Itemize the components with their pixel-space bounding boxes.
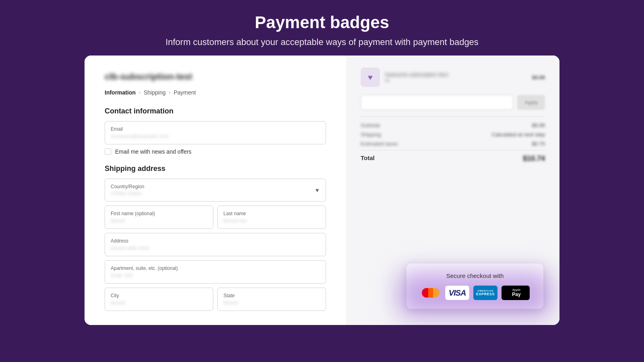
- apt-field[interactable]: Apartment, suite, etc. (optional) Suite …: [105, 260, 326, 284]
- visa-badge: VISA: [445, 286, 469, 300]
- order-item: ♥ Awesome subscription item x1 $9.99: [361, 68, 545, 87]
- state-value: blured: [223, 300, 320, 306]
- newsletter-label: Email me with news and offers: [115, 148, 192, 155]
- store-name: clb-subscription-test: [105, 72, 326, 82]
- order-item-name: Awesome subscription item: [385, 72, 527, 78]
- taxes-label: Estimated taxes: [361, 141, 398, 147]
- state-label: State: [223, 293, 320, 298]
- shipping-row: Shipping Calculated at next step: [361, 132, 545, 138]
- last-name-field[interactable]: Last name blured too: [217, 206, 326, 229]
- order-totals: Subtotal $9.99 Shipping Calculated at ne…: [361, 116, 545, 163]
- shipping-value: Calculated at next step: [492, 132, 545, 138]
- breadcrumb-sep-2: ›: [169, 90, 171, 95]
- apt-value: Suite 100: [111, 272, 320, 278]
- breadcrumb-sep-1: ›: [139, 90, 140, 95]
- address-label: Address: [111, 238, 320, 244]
- payment-badges-row: VISA AMERICAN EXPRESS Apple Pay: [419, 286, 531, 300]
- coupon-row: Apply: [361, 95, 545, 110]
- order-summary-panel: ♥ Awesome subscription item x1 $9.99 App…: [346, 56, 559, 325]
- page-title: Payment badges: [165, 13, 479, 32]
- order-item-image: ♥: [361, 68, 380, 87]
- order-item-price: $9.99: [532, 74, 545, 80]
- page-header: Payment badges Inform customers about yo…: [157, 0, 487, 56]
- country-value: United States: [111, 190, 144, 196]
- city-label: City: [111, 293, 207, 298]
- grand-total-value: $10.74: [523, 154, 545, 163]
- contact-section-title: Contact information: [105, 107, 326, 115]
- shipping-section-title: Shipping address: [105, 165, 326, 173]
- subtotal-label: Subtotal: [361, 122, 380, 128]
- breadcrumb-payment[interactable]: Payment: [174, 89, 196, 96]
- breadcrumb-information[interactable]: Information: [105, 89, 136, 96]
- coupon-apply-button[interactable]: Apply: [517, 95, 545, 110]
- email-value: someone@example.com: [111, 133, 320, 139]
- pay-text: Pay: [512, 292, 520, 297]
- subtotal-value: $9.99: [532, 122, 545, 128]
- taxes-row: Estimated taxes $0.75: [361, 141, 545, 147]
- mastercard-badge: [420, 286, 441, 300]
- email-label: Email: [111, 126, 320, 132]
- last-name-value: blured too: [223, 218, 320, 224]
- breadcrumb: Information › Shipping › Payment: [105, 89, 326, 96]
- grand-total-row: Total $10.74: [361, 150, 545, 163]
- newsletter-checkbox[interactable]: [105, 148, 111, 155]
- city-field[interactable]: City blured: [105, 288, 213, 311]
- first-name-label: First name (optional): [111, 211, 207, 216]
- applepay-badge: Apple Pay: [502, 286, 530, 300]
- payment-badges-card: Secure checkout with VISA AMERICAN EXPRE…: [407, 263, 543, 309]
- country-label: Country/Region: [111, 184, 144, 189]
- first-name-value: blured: [111, 218, 207, 224]
- payment-badges-title: Secure checkout with: [419, 272, 531, 279]
- breadcrumb-shipping[interactable]: Shipping: [144, 89, 166, 96]
- shipping-label: Shipping: [361, 132, 381, 138]
- applepay-text: Apple Pay: [512, 288, 520, 297]
- city-state-row: City blured State blured: [105, 288, 326, 311]
- name-row: First name (optional) blured Last name b…: [105, 206, 326, 229]
- coupon-input[interactable]: [361, 95, 513, 110]
- taxes-value: $0.75: [532, 141, 545, 147]
- city-value: blured: [111, 300, 207, 306]
- select-arrow-icon: ▼: [314, 187, 320, 193]
- mc-overlap: [428, 288, 433, 298]
- order-item-sub: x1: [385, 78, 527, 83]
- last-name-label: Last name: [223, 211, 320, 216]
- checkout-form-panel: clb-subscription-test Information › Ship…: [85, 56, 346, 325]
- order-item-details: Awesome subscription item x1: [385, 72, 527, 83]
- email-field-container[interactable]: Email someone@example.com: [105, 121, 326, 144]
- amex-mid-text: EXPRESS: [476, 292, 495, 296]
- address-field[interactable]: Address blured addr here: [105, 233, 326, 256]
- subtotal-row: Subtotal $9.99: [361, 122, 545, 128]
- state-field[interactable]: State blured: [217, 288, 326, 311]
- demo-container: clb-subscription-test Information › Ship…: [85, 56, 559, 325]
- country-select[interactable]: Country/Region United States ▼: [105, 179, 326, 202]
- page-subtitle: Inform customers about your acceptable w…: [165, 37, 479, 47]
- newsletter-checkbox-row: Email me with news and offers: [105, 148, 326, 155]
- apt-label: Apartment, suite, etc. (optional): [111, 265, 320, 271]
- grand-total-label: Total: [361, 154, 375, 163]
- amex-badge: AMERICAN EXPRESS: [473, 286, 497, 300]
- first-name-field[interactable]: First name (optional) blured: [105, 206, 213, 229]
- address-value: blured addr here: [111, 245, 320, 251]
